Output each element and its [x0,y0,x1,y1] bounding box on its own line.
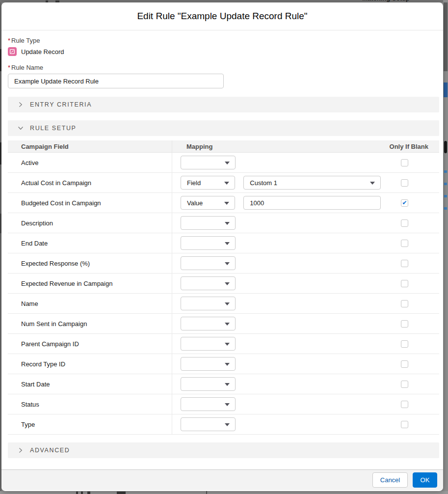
mapping-type-select[interactable] [181,156,236,169]
only-if-blank-cell: ✔ [381,381,439,388]
only-if-blank-cell: ✔ [381,179,439,187]
table-row: Num Sent in Campaign ✔ [8,314,439,334]
backdrop-page-title: Matching Setup [312,0,410,2]
mapping-cell [172,276,381,290]
mapping-type-select[interactable]: Field [181,176,235,190]
record-update-icon [8,47,17,56]
mapping-type-select[interactable] [181,397,236,411]
only-if-blank-checkbox[interactable]: ✔ [401,199,408,207]
only-if-blank-checkbox[interactable]: ✔ [401,220,408,227]
only-if-blank-cell: ✔ [381,360,439,368]
rule-name-input[interactable] [8,74,224,88]
only-if-blank-checkbox[interactable]: ✔ [401,159,408,166]
chevron-right-icon [18,102,24,108]
mapping-type-select[interactable] [181,276,236,290]
ok-button[interactable]: OK [413,472,437,488]
backdrop-fragment [117,492,126,494]
mapping-type-select[interactable] [181,216,236,230]
mapping-type-value: Value [187,199,203,207]
rule-setup-rows: Active ✔ Actual Cost in Campaign Field C… [8,153,439,435]
mapping-field-value: Custom 1 [250,179,277,187]
modal-header: Edit Rule "Example Update Record Rule" [1,2,443,30]
campaign-field-label: End Date [8,233,172,253]
rule-type-value: Update Record [21,48,64,55]
dropdown-caret-icon [225,302,230,305]
campaign-field-label: Record Type ID [8,354,172,374]
only-if-blank-cell: ✔ [381,340,439,348]
mapping-type-select[interactable] [181,297,236,310]
only-if-blank-cell: ✔ [381,300,439,307]
dropdown-caret-icon [225,222,230,225]
campaign-field-label: Expected Response (%) [8,253,172,273]
only-if-blank-cell: ✔ [381,220,439,227]
mapping-type-select[interactable] [181,256,236,270]
backdrop-link-fragment [444,195,447,197]
only-if-blank-checkbox[interactable]: ✔ [401,421,408,428]
table-row: Parent Campaign ID ✔ [8,334,439,354]
table-row: Expected Revenue in Campaign ✔ [8,274,439,294]
rule-name-label: *Rule Name [8,64,439,71]
backdrop-scrollbar-thumb[interactable] [444,141,447,153]
mapping-type-select[interactable] [181,337,236,351]
dropdown-caret-icon [225,343,230,346]
only-if-blank-checkbox[interactable]: ✔ [401,179,408,187]
required-asterisk: * [8,64,10,71]
only-if-blank-cell: ✔ [381,421,439,428]
campaign-field-label: Description [8,213,172,233]
table-row: End Date ✔ [8,233,439,253]
only-if-blank-checkbox[interactable]: ✔ [401,340,408,348]
modal-footer: Cancel OK [1,469,443,490]
required-asterisk: * [8,37,10,44]
cancel-button[interactable]: Cancel [372,472,408,488]
mapping-type-select[interactable] [181,417,236,431]
section-entry-criteria[interactable]: ENTRY CRITERIA [8,97,439,112]
campaign-field-label: Name [8,294,172,313]
table-row: Expected Response (%) ✔ [8,253,439,274]
mapping-cell [172,317,381,330]
only-if-blank-cell: ✔ [381,159,439,166]
mapping-type-value: Field [187,179,201,187]
backdrop-fragment [76,492,78,494]
backdrop-link-fragment [444,170,447,173]
only-if-blank-checkbox[interactable]: ✔ [401,300,408,307]
only-if-blank-checkbox[interactable]: ✔ [401,280,408,287]
backdrop-fragment [206,491,207,494]
campaign-field-label: Active [8,153,172,172]
mapping-field-select[interactable]: Custom 1 [243,176,381,190]
modal-body: *Rule Type Update Record *Rule Name ENTR… [1,30,443,458]
mapping-type-select[interactable]: Value [181,196,235,210]
only-if-blank-cell: ✔ [381,199,439,207]
table-row: Active ✔ [8,153,439,173]
section-advanced[interactable]: ADVANCED [8,442,439,458]
mapping-cell [172,256,381,270]
column-header-campaign-field: Campaign Field [8,140,172,152]
only-if-blank-cell: ✔ [381,280,439,287]
mapping-type-select[interactable] [181,377,236,391]
mapping-type-select[interactable] [181,357,236,371]
only-if-blank-checkbox[interactable]: ✔ [401,260,408,267]
backdrop-blue-block [444,82,448,97]
mapping-value-input[interactable] [243,196,381,210]
table-row: Budgeted Cost in Campaign Value ✔ [8,193,439,213]
mapping-type-select[interactable] [181,236,236,250]
campaign-field-label: Budgeted Cost in Campaign [8,193,172,213]
campaign-field-label: Type [8,414,172,434]
dropdown-caret-icon [370,182,375,185]
only-if-blank-checkbox[interactable]: ✔ [401,401,408,408]
mapping-cell: Field Custom 1 [172,176,381,190]
table-row: Record Type ID ✔ [8,354,439,374]
mapping-type-select[interactable] [181,317,236,330]
check-icon: ✔ [402,200,407,206]
dropdown-caret-icon [225,242,230,245]
only-if-blank-checkbox[interactable]: ✔ [401,381,408,388]
campaign-field-label: Start Date [8,374,172,394]
campaign-field-label: Actual Cost in Campaign [8,173,172,192]
mapping-cell [172,216,381,230]
section-rule-setup[interactable]: RULE SETUP [8,120,439,136]
only-if-blank-checkbox[interactable]: ✔ [401,360,408,368]
only-if-blank-checkbox[interactable]: ✔ [401,320,408,328]
mapping-cell [172,377,381,391]
dropdown-caret-icon [225,423,230,426]
backdrop-fragment [444,2,448,71]
only-if-blank-checkbox[interactable]: ✔ [401,240,408,247]
